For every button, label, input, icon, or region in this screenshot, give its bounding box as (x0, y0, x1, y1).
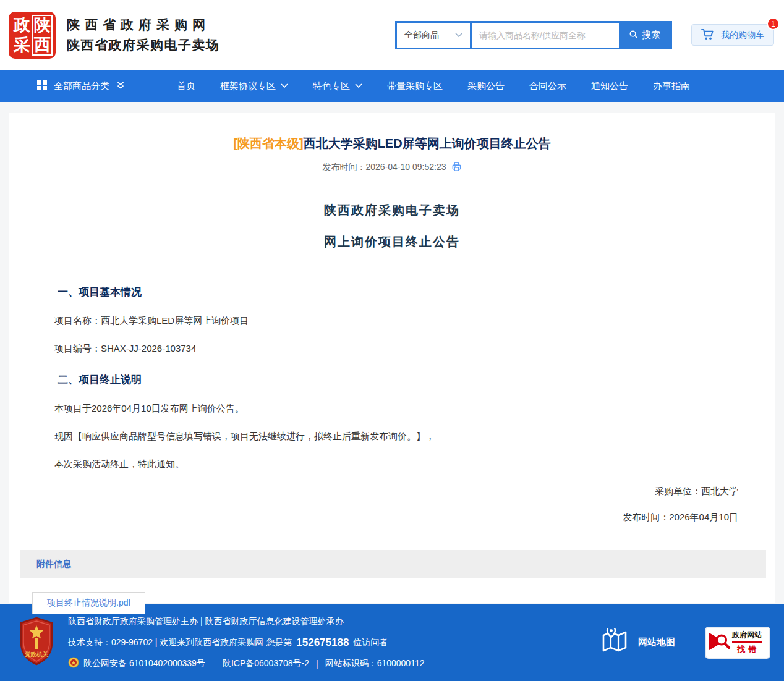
footer-texts: 陕西省财政厅政府采购管理处主办 | 陕西省财政厅信息化建设管理处承办 技术支持：… (68, 611, 424, 674)
logo-char: 采 (12, 35, 32, 56)
find-error-text: 政府网站 找错 (732, 630, 762, 655)
search-category-value: 全部商品 (404, 30, 439, 41)
cart-button[interactable]: 我的购物车 1 (691, 24, 774, 46)
sitemap-link[interactable]: 网站地图 (600, 628, 675, 657)
grid-icon (37, 80, 47, 92)
visitor-suffix: 位访问者 (353, 637, 388, 648)
nav-item-label: 采购公告 (467, 80, 505, 92)
main-content: [陕西省本级]西北大学采购LED屏等网上询价项目终止公告 发布时间：2026-0… (0, 102, 784, 604)
site-title-line2: 陕西省政府采购电子卖场 (67, 36, 220, 54)
publish-time: 发布时间：2026-04-10 09:52:23 (323, 162, 446, 173)
nav-item-home[interactable]: 首页 (164, 70, 208, 102)
nav-item-label: 框架协议专区 (220, 80, 276, 92)
visitor-count: 152675188 (296, 637, 349, 649)
footer-line2: 技术支持：029-96702 | 欢迎来到陕西省政府采购网 您是第1526751… (68, 632, 424, 653)
nav-item-procurement-announcements[interactable]: 采购公告 (455, 70, 517, 102)
main-nav: 全部商品分类 首页 框架协议专区 特色专区 带量采购专区 采购公告 (0, 70, 784, 102)
support-text: 技术支持：029-96702 | 欢迎来到陕西省政府采购网 您是第 (68, 637, 292, 648)
gov-site-find-error-badge[interactable]: 政府网站 找错 (705, 627, 770, 659)
purchaser: 采购单位：西北大学 (9, 486, 738, 497)
nav-item-featured-zone[interactable]: 特色专区 (300, 70, 375, 102)
chevron-down-icon (281, 83, 288, 88)
project-number: 项目编号：SHAX-JJ-2026-103734 (54, 342, 730, 355)
section-basic-info: 一、项目基本情况 项目名称：西北大学采购LED屏等网上询价项目 项目编号：SHA… (9, 285, 775, 470)
logo-right-column: 陕 西 (32, 15, 53, 56)
cart-icon (701, 28, 714, 42)
nav-item-contract-publicity[interactable]: 合同公示 (517, 70, 579, 102)
search-button-label: 搜索 (642, 29, 660, 41)
ga-beian-link[interactable]: 陕公网安备 61010402000339号 (83, 658, 205, 669)
search-icon (629, 30, 638, 41)
nav-item-label: 首页 (177, 80, 195, 92)
site-title-line1: 陕西省政府采购网 (67, 16, 220, 33)
search-button[interactable]: 搜索 (619, 23, 670, 48)
sitemap-label: 网站地图 (638, 637, 675, 648)
signature-date: 发布时间：2026年04月10日 (9, 512, 738, 523)
attachments-heading: 附件信息 (36, 559, 71, 570)
nav-item-label: 通知公告 (591, 80, 628, 92)
nav-item-volume-purchase-zone[interactable]: 带量采购专区 (375, 70, 455, 102)
announcement-card: [陕西省本级]西北大学采购LED屏等网上询价项目终止公告 发布时间：2026-0… (9, 113, 775, 603)
organizer-text: 陕西省财政厅政府采购管理处主办 | 陕西省财政厅信息化建设管理处承办 (68, 616, 343, 627)
nav-item-framework-zone[interactable]: 框架协议专区 (208, 70, 300, 102)
logo-char: 西 (33, 35, 51, 54)
doc-heading-line1: 陕西政府采购电子卖场 (9, 202, 775, 219)
find-error-line1: 政府网站 (732, 630, 762, 643)
party-government-emblem: 党政机关 (19, 617, 54, 669)
footer-line3: 陕公网安备 61010402000339号 陕ICP备06003708号-2 |… (68, 653, 424, 674)
signature-block: 采购单位：西北大学 发布时间：2026年04月10日 (9, 486, 775, 523)
all-categories-label: 全部商品分类 (54, 80, 109, 92)
all-categories-button[interactable]: 全部商品分类 (37, 80, 125, 92)
termination-reason: 现因【响应供应商品牌型号信息填写错误，项目无法继续进行，拟终止后重新发布询价。】… (54, 429, 730, 442)
region-tag: [陕西省本级] (233, 137, 303, 150)
nav-menu: 首页 框架协议专区 特色专区 带量采购专区 采购公告 合同公示 通知公告 (164, 70, 702, 102)
emblem-label: 党政机关 (25, 651, 49, 658)
nav-item-notices[interactable]: 通知公告 (579, 70, 641, 102)
nav-item-label: 带量采购专区 (387, 80, 443, 92)
termination-notice: 本次采购活动终止，特此通知。 (54, 457, 730, 470)
find-error-line2: 找错 (732, 644, 762, 655)
footer: 党政机关 陕西省财政厅政府采购管理处主办 | 陕西省财政厅信息化建设管理处承办 … (0, 604, 784, 681)
police-badge-icon (68, 657, 79, 670)
find-error-logo-icon (707, 630, 731, 656)
doc-heading-line2: 网上询价项目终止公告 (9, 234, 775, 250)
nav-item-label: 合同公示 (529, 80, 566, 92)
cart-count-badge: 1 (767, 17, 780, 30)
footer-right: 网站地图 政府网站 找错 (600, 627, 770, 659)
cart-label: 我的购物车 (721, 30, 764, 41)
map-icon (600, 628, 629, 657)
double-chevron-down-icon (116, 81, 125, 91)
page: 政 采 陕 西 陕西省政府采购网 陕西省政府采购电子卖场 全部商品 (0, 0, 784, 681)
footer-line1: 陕西省财政厅政府采购管理处主办 | 陕西省财政厅信息化建设管理处承办 (68, 611, 424, 632)
search-category-dropdown[interactable]: 全部商品 (397, 23, 470, 48)
site-code: 网站标识码：6100000112 (325, 658, 425, 669)
termination-para: 本项目于2026年04月10日发布网上询价公告。 (54, 402, 730, 415)
chevron-down-icon (355, 83, 362, 88)
printer-icon[interactable] (451, 161, 462, 174)
section-heading: 二、项目终止说明 (54, 373, 730, 387)
logo-left-column: 政 采 (12, 15, 32, 56)
nav-item-label: 办事指南 (653, 80, 690, 92)
announcement-title: 西北大学采购LED屏等网上询价项目终止公告 (304, 137, 551, 150)
site-logo[interactable]: 政 采 陕 西 (9, 12, 56, 59)
search-input[interactable] (472, 23, 619, 48)
icp-beian-link[interactable]: 陕ICP备06003708号-2 (223, 658, 309, 669)
nav-item-service-guide[interactable]: 办事指南 (641, 70, 702, 102)
section-heading: 一、项目基本情况 (54, 285, 730, 299)
search-bar: 全部商品 搜索 (395, 21, 672, 49)
project-name: 项目名称：西北大学采购LED屏等网上询价项目 (54, 314, 730, 327)
publish-meta: 发布时间：2026-04-10 09:52:23 (9, 161, 775, 174)
logo-char: 政 (12, 15, 32, 35)
top-header: 政 采 陕 西 陕西省政府采购网 陕西省政府采购电子卖场 全部商品 (0, 0, 784, 70)
page-title: [陕西省本级]西北大学采购LED屏等网上询价项目终止公告 (9, 135, 775, 152)
nav-item-label: 特色专区 (313, 80, 350, 92)
logo-char: 陕 (33, 16, 51, 35)
chevron-down-icon (455, 32, 462, 39)
site-title: 陕西省政府采购网 陕西省政府采购电子卖场 (67, 16, 220, 54)
attachments-header-bar: 附件信息 (20, 550, 766, 578)
footer-divider: | (313, 659, 321, 669)
